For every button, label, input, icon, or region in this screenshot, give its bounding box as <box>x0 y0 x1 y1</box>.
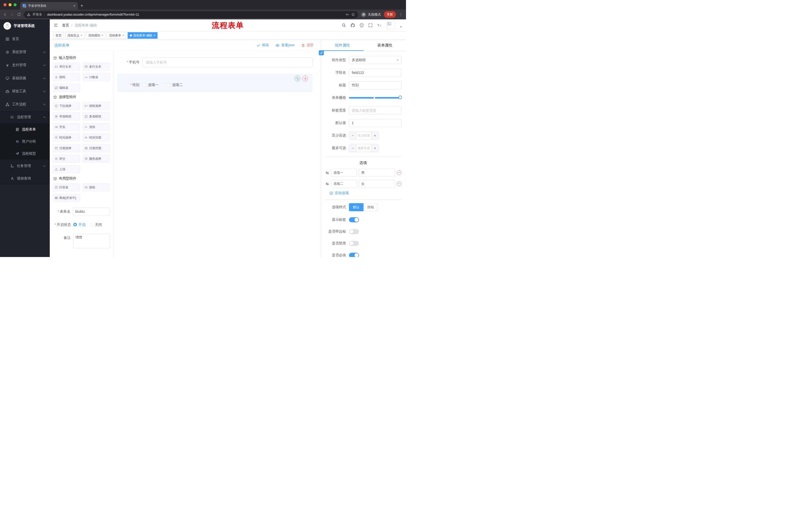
remove-option-icon[interactable] <box>397 182 402 186</box>
palette-item-button[interactable]: 按钮 <box>83 183 110 191</box>
default-value-input[interactable] <box>349 119 402 127</box>
status-radio-off[interactable]: 关闭 <box>90 220 102 228</box>
palette-item-rate[interactable]: 评分 <box>53 155 80 163</box>
palette-item-row-container[interactable]: 行容器 <box>53 183 80 191</box>
status-radio-on[interactable]: 开启 <box>74 220 85 228</box>
tab-component-props[interactable]: 组件属性 <box>321 40 364 51</box>
style-button-button[interactable]: 按钮 <box>364 203 378 211</box>
sidebar-item-task-management[interactable]: 任务管理 <box>0 160 50 172</box>
increment-icon[interactable]: + <box>371 132 378 139</box>
tag-close-icon[interactable]: × <box>122 34 124 37</box>
tab-close-icon[interactable]: × <box>74 4 76 7</box>
macos-zoom-button[interactable] <box>13 3 17 6</box>
save-button[interactable]: 保存 <box>257 43 269 48</box>
breadcrumb-home[interactable]: 首页 <box>62 23 69 28</box>
drag-handle-icon[interactable] <box>325 182 329 186</box>
tag-close-icon[interactable]: × <box>81 34 82 37</box>
browser-menu-icon[interactable]: ⋮ <box>399 12 403 17</box>
new-tab-button[interactable]: + <box>80 3 83 8</box>
option-value-input[interactable] <box>359 169 395 177</box>
palette-item-counter[interactable]: 123 计数器 <box>83 73 110 81</box>
grid-slider[interactable] <box>349 94 402 102</box>
tag-close-icon[interactable]: × <box>153 34 155 37</box>
fullscreen-icon[interactable] <box>368 23 373 27</box>
palette-item-upload[interactable]: 上传 <box>53 165 80 173</box>
help-icon[interactable]: ? <box>359 23 364 27</box>
option-name-input[interactable] <box>331 169 357 177</box>
slider-handle[interactable] <box>399 96 402 99</box>
canvas-field-gender-selected[interactable]: *性别 选项一 选项二 <box>117 74 313 92</box>
password-key-icon[interactable] <box>345 12 349 16</box>
sidebar-item-devtools[interactable]: 研发工具 <box>0 85 50 98</box>
remove-option-icon[interactable] <box>397 170 402 175</box>
view-json-button[interactable]: 查看json <box>276 43 295 48</box>
tag-process-form[interactable]: 流程表单 × <box>107 32 126 39</box>
font-size-icon[interactable]: TT <box>377 23 382 27</box>
palette-item-slider[interactable]: 滑块 <box>83 123 110 131</box>
delete-component-button[interactable] <box>302 76 308 81</box>
link-icon[interactable] <box>319 50 324 55</box>
form-remark-textarea[interactable]: 嘿嘿 <box>73 234 110 248</box>
bookmark-star-icon[interactable] <box>351 12 355 16</box>
forward-icon[interactable] <box>10 12 14 17</box>
palette-item-color-picker[interactable]: 颜色选择 <box>83 155 110 163</box>
sidebar-item-home[interactable]: 首页 <box>0 32 50 46</box>
browser-update-button[interactable]: 更新 <box>384 11 396 18</box>
user-avatar[interactable] <box>386 21 396 30</box>
canvas-field-phone[interactable]: *手机号 <box>117 58 313 67</box>
palette-item-date-picker[interactable]: 日期选择 <box>53 144 80 152</box>
palette-item-cascader[interactable]: 级联选择 <box>83 102 110 110</box>
sidebar-item-system[interactable]: 系统管理 <box>0 46 50 59</box>
increment-icon[interactable]: + <box>371 144 378 152</box>
title-input[interactable] <box>349 81 402 89</box>
macos-close-button[interactable] <box>3 3 6 6</box>
option-value-input[interactable] <box>359 180 395 188</box>
sidebar-item-user-groups[interactable]: 用户分组 <box>0 136 50 147</box>
github-icon[interactable] <box>350 23 355 28</box>
phone-input[interactable] <box>142 58 313 67</box>
reload-icon[interactable] <box>17 12 21 16</box>
field-name-input[interactable] <box>349 69 402 77</box>
sidebar-item-process-model[interactable]: 流程模型 <box>0 147 50 160</box>
gender-checkbox-option2[interactable]: 选项二 <box>167 83 183 87</box>
tag-process-form-edit[interactable]: 流程表单-编辑 × <box>127 32 157 39</box>
drag-handle-icon[interactable] <box>325 171 329 175</box>
palette-item-switch[interactable]: 开关 <box>53 123 80 131</box>
add-option-button[interactable]: 添加选项 <box>329 191 402 195</box>
component-type-select[interactable]: 多选框组 <box>349 56 402 64</box>
copy-component-button[interactable] <box>295 76 300 81</box>
browser-tab[interactable]: 芋道管理系统 × <box>20 2 78 9</box>
disabled-toggle[interactable] <box>349 241 359 246</box>
search-icon[interactable] <box>342 23 346 27</box>
border-toggle[interactable] <box>349 229 359 234</box>
palette-item-password[interactable]: 密码 <box>53 73 80 81</box>
palette-item-time-range[interactable]: 时间范围 <box>83 134 110 141</box>
sidebar-item-process-form[interactable]: 流程表单 <box>0 124 50 136</box>
palette-item-multi-line-text[interactable]: 多行文本 <box>83 63 110 71</box>
palette-item-checkbox-group[interactable]: 多选框组 <box>83 112 110 120</box>
sidebar-item-leave-query[interactable]: 请假查询 <box>0 172 50 185</box>
sidebar-item-infrastructure[interactable]: 基础设施 <box>0 72 50 85</box>
show-label-toggle[interactable] <box>349 217 359 222</box>
palette-item-radio-group[interactable]: 单选框组 <box>53 112 80 120</box>
palette-item-select[interactable]: 下拉选择 <box>53 102 80 110</box>
tag-process-model[interactable]: 流程模型 × <box>86 32 106 39</box>
tab-form-props[interactable]: 表单属性 <box>364 40 406 51</box>
palette-item-table[interactable]: 表格[开发中] <box>53 194 80 202</box>
address-bar[interactable]: 不安全 | dashboard.yudao.iocoder.cn/bpm/man… <box>24 11 358 18</box>
clear-button[interactable]: 清空 <box>301 43 314 48</box>
sidebar-item-payment[interactable]: ¥ 支付管理 <box>0 59 50 72</box>
decrement-icon[interactable]: − <box>349 132 356 139</box>
palette-item-single-line-text[interactable]: 单行文本 <box>53 63 80 71</box>
tag-close-icon[interactable]: × <box>102 34 103 37</box>
required-toggle[interactable] <box>349 253 359 257</box>
style-default-button[interactable]: 默认 <box>349 203 364 211</box>
gender-checkbox-option1[interactable]: 选项一 <box>142 83 158 87</box>
avatar-caret-icon[interactable] <box>400 26 402 28</box>
palette-item-time-picker[interactable]: 时间选择 <box>53 134 80 141</box>
tag-home[interactable]: 首页 <box>53 32 64 39</box>
option-name-input[interactable] <box>331 180 357 188</box>
macos-minimize-button[interactable] <box>8 3 11 6</box>
back-icon[interactable] <box>3 12 7 17</box>
hamburger-icon[interactable] <box>54 23 58 27</box>
